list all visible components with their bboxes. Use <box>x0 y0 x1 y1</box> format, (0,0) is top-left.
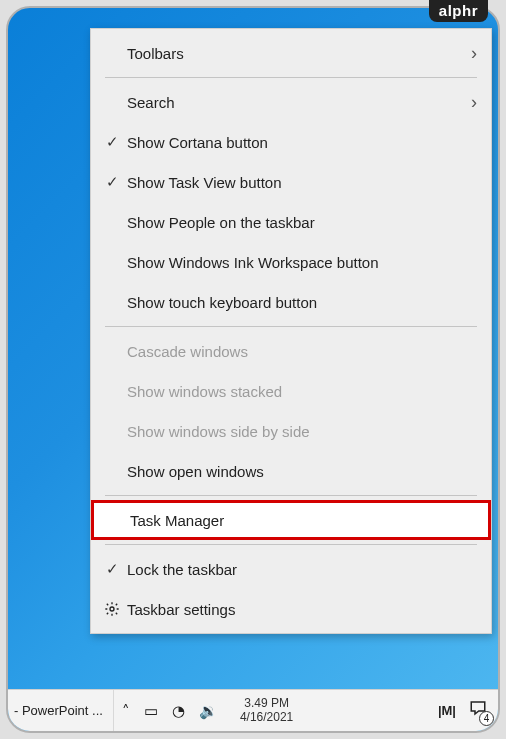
taskbar-app-powerpoint[interactable]: - PowerPoint ... <box>8 690 114 731</box>
menu-label: Show Windows Ink Workspace button <box>127 254 477 271</box>
menu-sidebyside-windows: Show windows side by side <box>91 411 491 451</box>
menu-taskbar-settings[interactable]: Taskbar settings <box>91 589 491 629</box>
menu-cascade-windows: Cascade windows <box>91 331 491 371</box>
battery-icon[interactable]: ▭ <box>144 702 158 720</box>
separator <box>105 544 477 545</box>
menu-label: Task Manager <box>130 512 474 529</box>
clock[interactable]: 3.49 PM 4/16/2021 <box>232 697 301 725</box>
menu-stacked-windows: Show windows stacked <box>91 371 491 411</box>
tray-right: |M| 4 <box>428 699 498 722</box>
notification-count: 4 <box>479 711 494 726</box>
menu-show-touch-keyboard[interactable]: Show touch keyboard button <box>91 282 491 322</box>
gear-icon <box>97 601 127 617</box>
menu-label: Show windows side by side <box>127 423 477 440</box>
chevron-right-icon: › <box>471 92 477 113</box>
clock-time: 3.49 PM <box>240 697 293 711</box>
menu-show-ink[interactable]: Show Windows Ink Workspace button <box>91 242 491 282</box>
menu-label: Show Task View button <box>127 174 477 191</box>
menu-task-manager[interactable]: Task Manager <box>91 500 491 540</box>
check-icon: ✓ <box>97 560 127 578</box>
menu-show-taskview[interactable]: ✓ Show Task View button <box>91 162 491 202</box>
taskbar-app-label: - PowerPoint ... <box>14 703 103 718</box>
separator <box>105 77 477 78</box>
menu-label: Show Cortana button <box>127 134 477 151</box>
svg-point-0 <box>110 607 114 611</box>
menu-search[interactable]: Search › <box>91 82 491 122</box>
menu-label: Show touch keyboard button <box>127 294 477 311</box>
menu-label: Show People on the taskbar <box>127 214 477 231</box>
action-center-icon[interactable]: 4 <box>468 699 488 722</box>
menu-show-cortana[interactable]: ✓ Show Cortana button <box>91 122 491 162</box>
separator <box>105 326 477 327</box>
taskbar[interactable]: - PowerPoint ... ˄ ▭ ◔ 🔉 3.49 PM 4/16/20… <box>8 689 498 731</box>
volume-icon[interactable]: 🔉 <box>199 702 218 720</box>
alphr-watermark: alphr <box>429 0 488 22</box>
check-icon: ✓ <box>97 133 127 151</box>
clock-date: 4/16/2021 <box>240 711 293 725</box>
menu-label: Taskbar settings <box>127 601 477 618</box>
menu-show-people[interactable]: Show People on the taskbar <box>91 202 491 242</box>
menu-label: Toolbars <box>127 45 471 62</box>
check-icon: ✓ <box>97 173 127 191</box>
system-tray: ˄ ▭ ◔ 🔉 3.49 PM 4/16/2021 <box>114 697 428 725</box>
desktop-frame: Toolbars › Search › ✓ Show Cortana butto… <box>6 6 500 733</box>
menu-label: Lock the taskbar <box>127 561 477 578</box>
wifi-icon[interactable]: ◔ <box>172 702 185 720</box>
menu-label: Show windows stacked <box>127 383 477 400</box>
tray-overflow-icon[interactable]: ˄ <box>122 702 130 720</box>
taskbar-context-menu: Toolbars › Search › ✓ Show Cortana butto… <box>90 28 492 634</box>
menu-toolbars[interactable]: Toolbars › <box>91 33 491 73</box>
app-icon[interactable]: |M| <box>438 703 456 718</box>
menu-label: Cascade windows <box>127 343 477 360</box>
menu-label: Show open windows <box>127 463 477 480</box>
separator <box>105 495 477 496</box>
menu-show-open-windows[interactable]: Show open windows <box>91 451 491 491</box>
menu-label: Search <box>127 94 471 111</box>
menu-lock-taskbar[interactable]: ✓ Lock the taskbar <box>91 549 491 589</box>
chevron-right-icon: › <box>471 43 477 64</box>
